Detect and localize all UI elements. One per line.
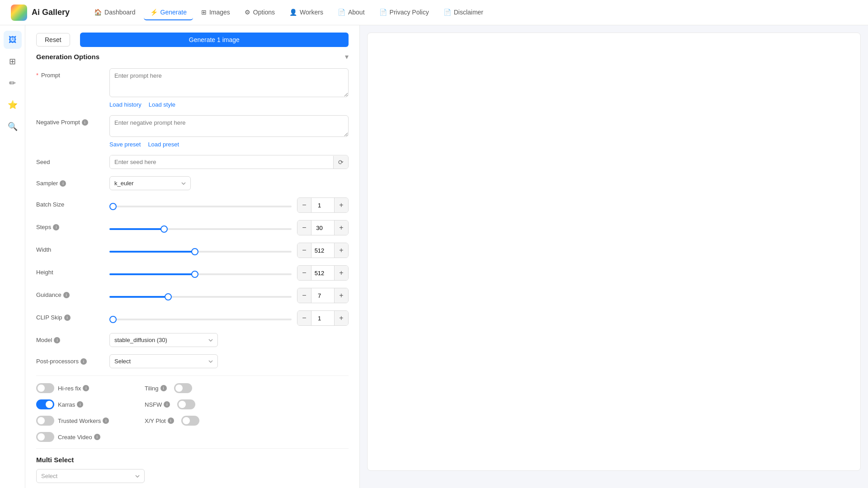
guidance-decrement[interactable]: − xyxy=(297,288,311,303)
load-style-button[interactable]: Load style xyxy=(149,101,175,108)
seed-input[interactable] xyxy=(110,155,333,169)
batch-size-slider-wrap xyxy=(109,202,292,209)
guidance-slider[interactable] xyxy=(109,296,292,298)
steps-stepper: − + xyxy=(297,220,349,235)
negative-prompt-control: Save preset Load preset xyxy=(109,115,349,148)
generate-image-icon: 🖼 xyxy=(9,35,17,45)
load-preset-button[interactable]: Load preset xyxy=(148,141,179,148)
clip-skip-slider[interactable] xyxy=(109,319,292,320)
scan-icon: 🔍 xyxy=(8,122,18,131)
steps-decrement[interactable]: − xyxy=(297,221,311,235)
create-video-slider xyxy=(36,432,54,442)
privacy-icon: 📄 xyxy=(379,9,387,16)
width-input[interactable] xyxy=(311,243,335,258)
multi-select-section: Multi Select Select xyxy=(36,456,349,483)
generate-icon: ⚡ xyxy=(150,9,158,16)
batch-size-decrement[interactable]: − xyxy=(297,198,311,212)
clip-skip-label: CLIP Skip i xyxy=(36,310,104,321)
nav-images[interactable]: ⊞ Images xyxy=(195,5,236,20)
sidebar-item-scan[interactable]: 🔍 xyxy=(4,117,22,136)
karras-info-icon: i xyxy=(77,401,83,408)
sampler-select[interactable]: k_euler k_euler_a k_dpm_2 k_lms DDIM xyxy=(109,176,191,190)
model-select[interactable]: stable_diffusion (30) xyxy=(109,333,218,347)
trusted-workers-toggle[interactable] xyxy=(36,416,54,426)
seed-random-button[interactable]: ⟳ xyxy=(333,156,348,169)
negative-prompt-label: Negative Prompt i xyxy=(36,115,104,126)
batch-size-slider[interactable] xyxy=(109,206,292,207)
height-input[interactable] xyxy=(311,266,335,280)
prompt-label: * Prompt xyxy=(36,68,104,79)
batch-size-input[interactable] xyxy=(311,198,335,212)
karras-label: Karras i xyxy=(58,401,83,408)
guidance-input[interactable] xyxy=(311,288,335,303)
model-info-icon: i xyxy=(54,337,60,343)
sidebar-item-generate-image[interactable]: 🖼 xyxy=(4,31,22,49)
tiling-info-icon: i xyxy=(160,385,167,391)
logo-icon xyxy=(11,5,27,21)
multi-select-dropdown[interactable]: Select xyxy=(36,469,145,483)
nav-dashboard[interactable]: 🏠 Dashboard xyxy=(88,5,142,20)
nsfw-toggle[interactable] xyxy=(177,399,195,409)
nav-about[interactable]: 📄 About xyxy=(331,5,371,20)
xy-plot-info-icon: i xyxy=(168,418,174,424)
guidance-increment[interactable]: + xyxy=(335,288,348,303)
height-row: Height − + xyxy=(36,265,349,281)
negative-prompt-input[interactable] xyxy=(109,115,349,137)
save-preset-button[interactable]: Save preset xyxy=(109,141,141,148)
multi-select-control: Select xyxy=(36,469,349,483)
clip-skip-decrement[interactable]: − xyxy=(297,311,311,325)
hi-res-fix-toggle[interactable] xyxy=(36,383,54,393)
height-label: Height xyxy=(36,265,104,276)
height-increment[interactable]: + xyxy=(335,266,348,280)
xy-plot-label: X/Y Plot i xyxy=(145,418,174,424)
mask-edit-icon: ✏ xyxy=(9,78,16,88)
steps-row: Steps i − + xyxy=(36,220,349,235)
nav-privacy[interactable]: 📄 Privacy Policy xyxy=(373,5,435,20)
steps-label: Steps i xyxy=(36,220,104,230)
height-slider[interactable] xyxy=(109,273,292,275)
width-increment[interactable]: + xyxy=(335,243,348,258)
nsfw-info-icon: i xyxy=(164,401,170,408)
steps-increment[interactable]: + xyxy=(335,221,348,235)
clip-skip-increment[interactable]: + xyxy=(335,311,348,325)
width-label: Width xyxy=(36,243,104,253)
create-video-toggle[interactable] xyxy=(36,432,54,442)
xy-plot-toggle[interactable] xyxy=(181,416,199,426)
nav-options[interactable]: ⚙ Options xyxy=(238,5,281,20)
sidebar-item-mask-edit[interactable]: ✏ xyxy=(4,74,22,92)
main-content: Reset Generate 1 image Generation Option… xyxy=(25,25,868,488)
steps-slider[interactable] xyxy=(109,228,292,230)
width-slider[interactable] xyxy=(109,251,292,253)
nsfw-label: NSFW i xyxy=(145,401,170,408)
batch-size-control: − + xyxy=(109,197,349,213)
post-processors-select[interactable]: Select GFPGAN RealESRGAN_x4plus xyxy=(109,354,218,368)
batch-size-increment[interactable]: + xyxy=(335,198,348,212)
reset-button[interactable]: Reset xyxy=(36,33,70,47)
clip-skip-input[interactable] xyxy=(311,311,335,325)
nav-workers[interactable]: 👤 Workers xyxy=(283,5,330,20)
load-history-button[interactable]: Load history xyxy=(109,101,142,108)
clip-skip-control: − + xyxy=(109,310,349,326)
collapse-button[interactable]: ▾ xyxy=(345,52,349,61)
app-logo[interactable]: Ai Gallery xyxy=(11,5,70,21)
nav-generate[interactable]: ⚡ Generate xyxy=(144,5,193,20)
tiling-toggle[interactable] xyxy=(174,383,192,393)
sidebar-item-grid-view[interactable]: ⊞ xyxy=(4,52,22,70)
steps-control: − + xyxy=(109,220,349,235)
height-decrement[interactable]: − xyxy=(297,266,311,280)
sampler-info-icon: i xyxy=(60,180,66,187)
workers-icon: 👤 xyxy=(289,9,297,16)
nav-disclaimer[interactable]: 📄 Disclaimer xyxy=(437,5,490,20)
grid-view-icon: ⊞ xyxy=(9,56,16,66)
prompt-link-row: Load history Load style xyxy=(109,101,349,108)
karras-toggle[interactable] xyxy=(36,399,54,409)
steps-input[interactable] xyxy=(311,221,335,235)
prompt-input[interactable] xyxy=(109,68,349,97)
sidebar-item-star[interactable]: ⭐ xyxy=(4,96,22,114)
generate-button[interactable]: Generate 1 image xyxy=(80,33,349,47)
guidance-slider-wrap xyxy=(109,292,292,299)
width-decrement[interactable]: − xyxy=(297,243,311,258)
guidance-row: Guidance i − + xyxy=(36,288,349,303)
guidance-control: − + xyxy=(109,288,349,303)
tiling-item: Tiling i xyxy=(145,383,253,393)
